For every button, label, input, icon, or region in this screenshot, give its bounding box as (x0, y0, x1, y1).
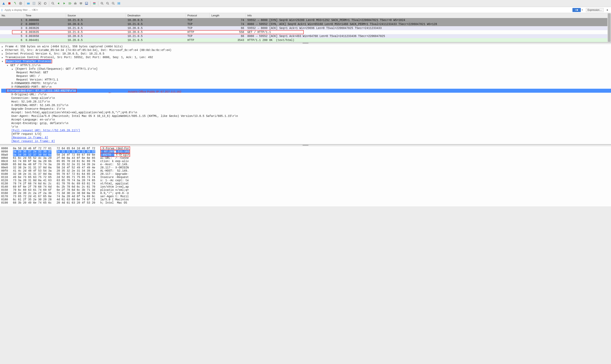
hex-row[interactable]: 0170 73 65 72 2d 41 67 65 6e 74 3a 20 4d… (1, 195, 610, 198)
hex-row[interactable]: 0120 73 3a 20 31 0d 0a 41 63 63 65 70 74… (1, 179, 610, 182)
svg-rect-21 (118, 2, 119, 5)
detail-accept-language[interactable]: Accept-Language: en-us\r\n (0, 118, 611, 121)
column-no[interactable]: No. (0, 13, 24, 18)
hex-row[interactable]: 0190 68 3b 20 49 6e 74 65 6c 20 4d 61 63… (1, 201, 610, 204)
detail-http-request-n[interactable]: [HTTP request 1/3] (0, 132, 611, 136)
hex-row[interactable]: 00d0 65 0d 0a 48 6f 73 74 3a 20 35 32 2e… (1, 163, 610, 166)
detail-req-method[interactable]: Request Method: GET (0, 71, 611, 74)
bookmark-icon[interactable]: ▯ (1, 8, 3, 11)
stop-capture-icon[interactable] (7, 1, 12, 6)
detail-next-request[interactable]: [Next request in frame: 8] (0, 140, 611, 143)
hex-row[interactable]: 00b0 61 6c 2d 55 52 4c 3a 20 2f 0d 0a 43… (1, 156, 610, 160)
svg-line-17 (108, 4, 109, 5)
expression-button[interactable]: Expression… (586, 8, 604, 12)
go-first-icon[interactable] (73, 1, 78, 6)
column-info[interactable]: Info (246, 13, 611, 18)
detail-frame[interactable]: Frame 4: 558 bytes on wire (4464 bits), … (0, 45, 611, 48)
svg-rect-10 (93, 2, 95, 3)
detail-x-forwarded-for[interactable]: X-Forwarded-For: 67.207.111.162:49270\r\… (0, 89, 611, 93)
svg-rect-12 (93, 4, 95, 4)
column-time[interactable]: Time (24, 13, 66, 18)
hex-row[interactable]: 00e0 32 38 2e 31 31 37 0d 0a 58 2d 4f 52… (1, 166, 610, 169)
reload-icon[interactable] (43, 1, 48, 6)
add-filter-button[interactable]: + (605, 8, 610, 12)
detail-crlf[interactable]: \r\n (0, 125, 611, 129)
packet-row[interactable]: 30.00362610.21.0.510.20.0.5TCP6659552 → … (0, 26, 611, 30)
hex-row[interactable]: 00f0 41 4c 2d 48 4f 53 54 3a 20 35 32 2e… (1, 169, 610, 172)
splitter-top[interactable] (0, 42, 611, 44)
find-icon[interactable] (50, 1, 55, 6)
options-icon[interactable] (18, 1, 23, 6)
hex-row[interactable]: 0140 69 6f 6e 2f 78 68 74 6d 6c 2b 78 6d… (1, 185, 610, 188)
zoom-out-icon[interactable]: − (105, 1, 110, 6)
detail-get-line[interactable]: GET / HTTP/1.1\r\n (0, 64, 611, 67)
packet-list-header: No. Time Source Destination Protocol Len… (0, 13, 611, 18)
zoom-reset-icon[interactable] (111, 1, 116, 6)
main-toolbar: + − (0, 0, 611, 7)
detail-x-forwarded-proto[interactable]: X-FORWARDED-PROTO: http\r\n (0, 81, 611, 85)
hex-row[interactable]: 0160 30 2e 39 2c 2a 2f 2a 3b 71 3d 30 2e… (1, 192, 610, 195)
detail-upgrade-insecure[interactable]: Upgrade-Insecure-Requests: 1\r\n (0, 107, 611, 111)
packet-row[interactable]: 40.00363510.21.0.510.20.0.5HTTP558GET / … (0, 30, 611, 34)
svg-text:−: − (107, 2, 108, 4)
go-forward-icon[interactable] (62, 1, 67, 6)
svg-point-19 (112, 2, 114, 4)
detail-ethernet[interactable]: Ethernet II, Src: AristaNe_85:b4:34 (74:… (0, 48, 611, 52)
shark-fin-icon[interactable] (1, 1, 6, 6)
close-file-icon[interactable] (37, 1, 42, 6)
packet-row[interactable]: 20.00007210.20.0.510.21.0.5TCP748080 → 5… (0, 22, 611, 26)
hex-row[interactable]: 0080 0a 58 2d 46 6f 72 77 61 72 64 65 64… (1, 147, 610, 150)
column-length[interactable]: Length (210, 13, 246, 18)
detail-x-original-host[interactable]: X-ORIGINAL-HOST: 52.149.28.117\r\n (0, 104, 611, 107)
packet-row[interactable]: 50.00365810.20.0.510.21.0.5TCP668080 → 5… (0, 34, 611, 38)
auto-scroll-icon[interactable] (84, 1, 89, 6)
svg-line-14 (103, 4, 103, 5)
hex-row[interactable]: 0100 32 38 2e 31 31 37 0d 0a 55 70 67 72… (1, 172, 610, 176)
svg-line-7 (53, 4, 54, 5)
hex-row[interactable]: 0150 70 6c 69 63 61 74 69 6f 6e 2f 78 6d… (1, 188, 610, 192)
open-file-icon[interactable] (26, 1, 31, 6)
colorize-icon[interactable] (92, 1, 97, 6)
hex-row[interactable]: 0130 78 74 2f 68 74 6d 6c 2c 61 70 70 6c… (1, 182, 610, 185)
annotation-text: Aviatrix Office Public IP: 67.207.111.16… (128, 90, 182, 93)
zoom-in-icon[interactable]: + (100, 1, 105, 6)
save-file-icon[interactable] (31, 1, 37, 6)
hex-row[interactable]: 0180 6c 61 2f 35 2e 30 20 28 4d 61 63 69… (1, 198, 610, 201)
go-last-icon[interactable] (78, 1, 83, 6)
restart-capture-icon[interactable] (13, 1, 18, 6)
detail-x-original-url[interactable]: X-Original-URL: /\r\n (0, 93, 611, 96)
detail-http[interactable]: Hypertext Transfer Protocol (0, 59, 611, 64)
resize-columns-icon[interactable] (116, 1, 121, 6)
hex-row[interactable]: 00a0 3a 34 39 32 37 30 0d 0a 58 2d 4f 72… (1, 153, 610, 156)
svg-text:+: + (101, 2, 102, 4)
detail-x-forwarded-port[interactable]: X-FORWARDED-PORT: 80\r\n (0, 85, 611, 89)
column-protocol[interactable]: Protocol (186, 13, 210, 18)
go-back-icon[interactable] (56, 1, 61, 6)
apply-filter-button[interactable] (572, 8, 581, 12)
detail-req-version[interactable]: Request Version: HTTP/1.1 (0, 78, 611, 81)
svg-rect-4 (33, 2, 35, 5)
detail-response-frame[interactable]: [Response in frame: 6] (0, 136, 611, 140)
detail-ip[interactable]: Internet Protocol Version 4, Src: 10.20.… (0, 52, 611, 55)
detail-tcp[interactable]: Transmission Control Protocol, Src Port:… (0, 55, 611, 59)
packet-list-scrollbar[interactable] (607, 13, 611, 42)
hex-row[interactable]: 00c0 63 74 69 6f 6e 3a 20 6b 65 65 70 2d… (1, 160, 610, 163)
detail-host[interactable]: Host: 52.149.28.117\r\n (0, 100, 611, 104)
hex-row[interactable]: 0090 3a 20 36 37 2e 32 30 37 2e 31 31 31… (1, 150, 610, 153)
packet-row[interactable]: 60.00446110.20.0.510.21.0.5HTTP3543HTTP/… (0, 38, 611, 42)
hex-row[interactable]: 0110 49 6e 73 65 63 75 72 65 2d 52 65 71… (1, 176, 610, 179)
splitter-bottom[interactable] (0, 144, 611, 146)
detail-full-uri[interactable]: [Full request URI: http://52.149.28.117/… (0, 129, 611, 132)
detail-expert[interactable]: [Expert Info (Chat/Sequence): GET / HTTP… (0, 67, 611, 71)
detail-connection[interactable]: Connection: keep-alive\r\n (0, 96, 611, 100)
packet-row[interactable]: 10.00000010.21.0.510.20.0.5TCP7459552 → … (0, 18, 611, 22)
go-to-packet-icon[interactable] (67, 1, 72, 6)
column-source[interactable]: Source (66, 13, 126, 18)
detail-accept-encoding[interactable]: Accept-Encoding: gzip, deflate\r\n (0, 121, 611, 125)
column-destination[interactable]: Destination (126, 13, 186, 18)
display-filter-input[interactable] (3, 8, 572, 12)
detail-accept[interactable]: Accept: text/html,application/xhtml+xml,… (0, 111, 611, 114)
packet-details-pane: Frame 4: 558 bytes on wire (4464 bits), … (0, 44, 611, 144)
detail-req-uri[interactable]: Request URI: / (0, 74, 611, 78)
detail-user-agent[interactable]: User-Agent: Mozilla/5.0 (Macintosh; Inte… (0, 114, 611, 118)
